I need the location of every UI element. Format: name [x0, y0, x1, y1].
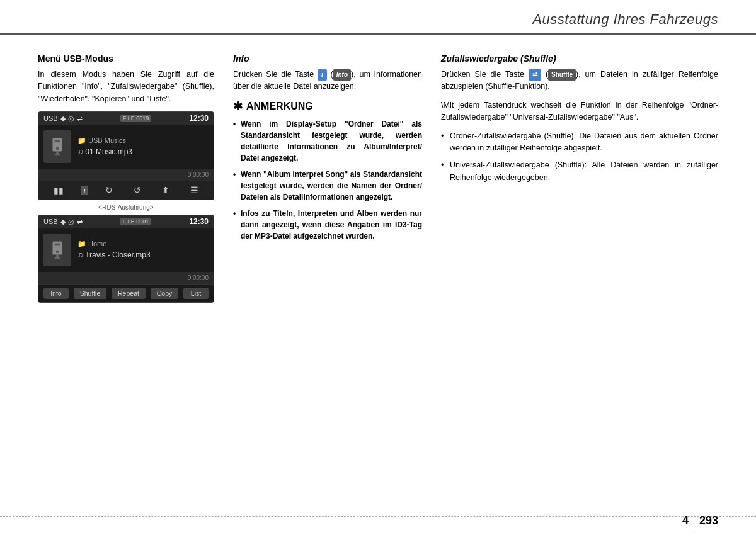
right-section-title: Zufallswiedergabe (Shuffle) — [441, 54, 718, 64]
shuffle-icon-1: ⇌ — [77, 115, 83, 123]
usb-icon-box-2 — [43, 234, 71, 266]
settings-icon-2: ◎ — [68, 218, 74, 226]
rds-label: <RDS-Ausführung> — [38, 204, 214, 211]
anmerkung-bullet-3: Infos zu Titeln, Interpreten und Alben w… — [233, 208, 422, 242]
svg-point-2 — [56, 147, 59, 150]
bluetooth-icon-1: ◆ — [60, 115, 66, 123]
repeat-ctrl-btn-1[interactable]: ↺ — [130, 184, 145, 196]
footer-dashed-line — [0, 516, 756, 517]
pause-btn-1[interactable]: ▮▮ — [50, 184, 67, 196]
anmerkung-title: ✱ ANMERKUNG — [233, 99, 422, 113]
time-1: 12:30 — [189, 114, 209, 123]
usb-screen-2: USB ◆ ◎ ⇌ FILE 0001 12:30 — [38, 215, 214, 303]
page-title: Ausstattung Ihres Fahrzeugs — [38, 11, 718, 28]
usb-label-1: USB — [43, 115, 58, 122]
mid-section-title: Info — [233, 54, 422, 64]
page-number: 293 — [699, 514, 718, 528]
info-ctrl-btn-1[interactable]: i — [81, 186, 88, 195]
right-column: Zufallswiedergabe (Shuffle) Drücken Sie … — [435, 54, 718, 307]
status-icons-1: USB ◆ ◎ ⇌ — [43, 115, 83, 123]
mid-column: Info Drücken Sie die Taste i (Info), um … — [227, 54, 422, 307]
progress-bar-1: 0:00:00 — [38, 169, 214, 181]
track-1: ♫ 01 Music.mp3 — [77, 146, 132, 158]
copy-button[interactable]: Copy — [151, 288, 179, 299]
track-info-1: 📁 USB Musics ♫ 01 Music.mp3 — [77, 135, 132, 159]
usb-screen-1: USB ◆ ◎ ⇌ FILE 0019 12:30 — [38, 111, 214, 200]
right-bullet-list: Ordner-Zufallswiedergabe (Shuffle): Die … — [441, 130, 718, 184]
file-badge-1: FILE 0019 — [120, 115, 152, 122]
usb-screen-main-1: 📁 USB Musics ♫ 01 Music.mp3 — [38, 125, 214, 169]
track-2: ♫ Travis - Closer.mp3 — [77, 249, 151, 261]
list-button[interactable]: List — [183, 288, 209, 299]
usb-screen-main-2: 📁 Home ♫ Travis - Closer.mp3 — [38, 228, 214, 272]
usb-drive-icon — [48, 137, 67, 156]
left-column: Menü USB-Modus In diesem Modus haben Sie… — [38, 54, 214, 307]
svg-rect-6 — [55, 244, 60, 246]
shuffle-button[interactable]: Shuffle — [74, 288, 107, 299]
shuffle-ctrl-btn-1[interactable]: ↻ — [101, 184, 117, 196]
page-header: Ausstattung Ihres Fahrzeugs — [0, 0, 756, 35]
right-body-text-1: Drücken Sie die Taste ⇌ (Shuffle), um Da… — [441, 69, 718, 93]
usb-screen-status-1: USB ◆ ◎ ⇌ FILE 0019 12:30 — [38, 112, 214, 125]
right-body-text-2: \Mit jedem Tastendruck wechselt die Funk… — [441, 99, 718, 124]
progress-bar-2: 0:00:00 — [38, 272, 214, 284]
list-ctrl-btn-1[interactable]: ☰ — [186, 184, 202, 196]
usb-drive-icon-2 — [48, 240, 67, 259]
svg-point-7 — [56, 251, 59, 254]
svg-rect-4 — [55, 154, 60, 155]
info-key-icon: i — [318, 69, 327, 81]
shuffle-badge: Shuffle — [548, 69, 576, 81]
shuffle-key-icon: ⇌ — [529, 69, 541, 81]
left-section-title: Menü USB-Modus — [38, 54, 214, 64]
right-bullet-2: Universal-Zufallswiedergabe (Shuffle): A… — [441, 159, 718, 184]
page-divider — [694, 512, 694, 529]
left-intro-text: In diesem Modus haben Sie Zugriff auf di… — [38, 69, 214, 105]
page-footer: 4 293 — [682, 512, 718, 529]
content-area: Menü USB-Modus In diesem Modus haben Sie… — [0, 35, 756, 319]
settings-icon-1: ◎ — [68, 115, 74, 123]
usb-screen-status-2: USB ◆ ◎ ⇌ FILE 0001 12:30 — [38, 215, 214, 228]
page-section: 4 — [682, 514, 689, 528]
shuffle-icon-2: ⇌ — [77, 218, 83, 226]
repeat-button[interactable]: Repeat — [112, 288, 146, 299]
anmerkung-bullet-list: Wenn im Display-Setup "Ordner Datei" als… — [233, 118, 422, 242]
folder-2: 📁 Home — [77, 239, 151, 250]
right-bullet-1: Ordner-Zufallswiedergabe (Shuffle): Die … — [441, 130, 718, 155]
asterisk-icon: ✱ — [233, 99, 243, 113]
anmerkung-bullet-1: Wenn im Display-Setup "Ordner Datei" als… — [233, 118, 422, 164]
folder-1: 📁 USB Musics — [77, 135, 132, 147]
copy-ctrl-btn-1[interactable]: ⬆ — [158, 184, 173, 196]
time-2: 12:30 — [189, 217, 209, 226]
svg-rect-1 — [55, 140, 60, 142]
file-badge-2: FILE 0001 — [120, 218, 152, 225]
usb-controls-1: ▮▮ i ↻ ↺ ⬆ ☰ — [38, 181, 214, 200]
info-button[interactable]: Info — [43, 288, 69, 299]
svg-rect-9 — [55, 257, 60, 259]
usb-icon-box-1 — [43, 130, 71, 163]
anmerkung-bullet-2: Wenn "Album Interpret Song" als Standard… — [233, 169, 422, 203]
status-icons-2: USB ◆ ◎ ⇌ — [43, 218, 83, 226]
mid-body-text: Drücken Sie die Taste i (Info), um Infor… — [233, 69, 422, 93]
bluetooth-icon-2: ◆ — [60, 218, 66, 226]
usb-bottom-buttons: Info Shuffle Repeat Copy List — [38, 284, 214, 302]
usb-label-2: USB — [43, 218, 58, 225]
track-info-2: 📁 Home ♫ Travis - Closer.mp3 — [77, 239, 151, 262]
info-badge: Info — [333, 69, 351, 81]
